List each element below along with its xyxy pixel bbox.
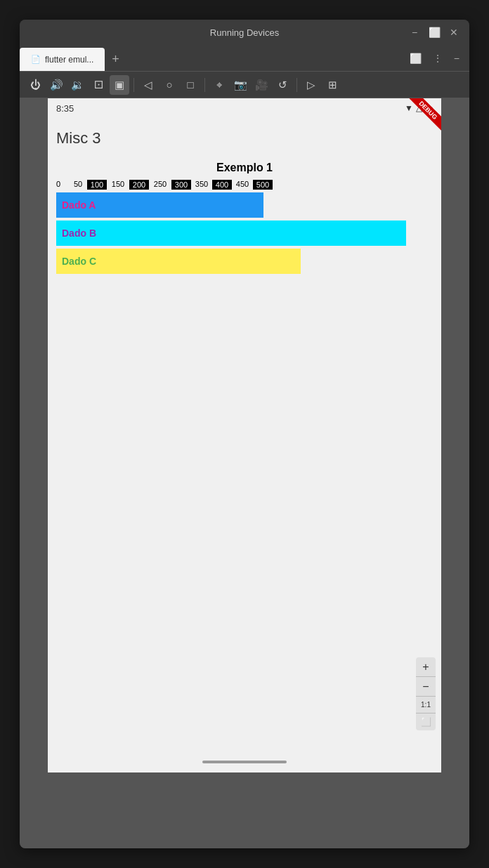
axis-100: 100 (87, 180, 107, 190)
status-bar: 8:35 ▼ △ ▭ (48, 98, 441, 118)
toolbar-separator-2 (204, 78, 205, 92)
bar-row-b: Dado B (56, 221, 433, 246)
screenshot-button[interactable]: 📷 (230, 75, 250, 95)
location-button[interactable]: ⌖ (209, 75, 229, 95)
tab-action-more[interactable]: ⋮ (429, 50, 447, 67)
chart-title: Exemplo 1 (56, 162, 433, 174)
tab-bar: 📄 flutter emul... + ⬜ ⋮ − (20, 45, 469, 72)
axis-450: 450 (232, 180, 253, 190)
zoom-out-button[interactable]: − (416, 677, 436, 697)
debug-badge-container: DEBUG (399, 98, 441, 140)
emulator-area: 8:35 ▼ △ ▭ DEBUG Misc 3 Exemplo 1 (20, 98, 469, 848)
title-bar: Running Devices − ⬜ ✕ (20, 20, 469, 45)
tab-action-expand[interactable]: ⬜ (405, 50, 426, 67)
bar-label-a: Dado A (62, 199, 96, 211)
debug-badge: DEBUG (407, 98, 441, 132)
axis-150: 150 (107, 180, 129, 190)
back-button[interactable]: ◁ (138, 75, 158, 95)
bar-row-c: Dado C (56, 249, 433, 274)
toolbar-separator-3 (296, 78, 297, 92)
axis-300: 300 (171, 180, 191, 190)
close-button[interactable]: ✕ (447, 25, 461, 39)
minimize-button[interactable]: − (408, 25, 422, 39)
volume-down-button[interactable]: 🔉 (67, 75, 87, 95)
tab-running-devices[interactable]: 📄 flutter emul... (20, 48, 105, 71)
forward-button[interactable]: ▷ (301, 75, 321, 95)
rotate-button[interactable]: ⚀ (89, 75, 108, 95)
window-controls: − ⬜ ✕ (408, 25, 461, 39)
volume-up-button[interactable]: 🔊 (46, 75, 66, 95)
bar-label-b: Dado B (62, 228, 96, 239)
multi-display-button[interactable]: ⊞ (322, 75, 342, 95)
axis-250: 250 (149, 180, 171, 190)
tab-page-icon: 📄 (31, 55, 41, 64)
tab-label: flutter emul... (45, 55, 93, 65)
chart-bars: Dado A Dado B Dado C (56, 192, 433, 274)
chart-container: Exemplo 1 0 50 100 150 200 250 300 350 4… (56, 162, 433, 274)
screenrecord-button[interactable]: 🎥 (252, 75, 271, 95)
toolbar: ⏻ 🔊 🔉 ⚀ ▣ ◁ ○ □ ⌖ 📷 🎥 ↺ ▷ ⊞ (20, 72, 469, 98)
axis-400: 400 (212, 180, 232, 190)
bar-dado-a: Dado A (56, 192, 263, 218)
zoom-controls: + − 1:1 ⬜ (416, 657, 436, 730)
axis-350: 350 (191, 180, 212, 190)
title-bar-inner: Running Devices − ⬜ ✕ (28, 25, 461, 39)
zoom-ratio-label: 1:1 (416, 697, 436, 714)
app-content: Misc 3 Exemplo 1 0 50 100 150 200 250 30… (48, 118, 441, 285)
bottom-bar (48, 751, 441, 772)
home-button[interactable]: ○ (159, 75, 179, 95)
axis-0: 0 (56, 180, 69, 190)
tab-action-close[interactable]: − (450, 50, 464, 67)
window-title: Running Devices (210, 27, 279, 38)
scroll-handle[interactable] (202, 761, 287, 763)
axis-50: 50 (69, 180, 87, 190)
add-tab-button[interactable]: + (105, 48, 126, 71)
zoom-fit-button[interactable]: ⬜ (416, 714, 436, 730)
screen-title: Misc 3 (56, 129, 433, 147)
zoom-in-button[interactable]: + (416, 657, 436, 677)
restore-button[interactable]: ⬜ (427, 25, 441, 39)
status-time: 8:35 (56, 103, 74, 114)
bar-dado-b: Dado B (56, 221, 406, 246)
bar-label-c: Dado C (62, 256, 96, 267)
bar-row-a: Dado A (56, 192, 433, 218)
power-button[interactable]: ⏻ (25, 75, 45, 95)
tab-bar-actions: ⬜ ⋮ − (405, 45, 469, 71)
bar-dado-c: Dado C (56, 249, 301, 274)
toolbar-separator-1 (133, 78, 134, 92)
axis-500: 500 (253, 180, 273, 190)
axis-200: 200 (129, 180, 149, 190)
main-window: Running Devices − ⬜ ✕ 📄 flutter emul... … (20, 20, 469, 848)
fold-button[interactable]: ▣ (110, 75, 129, 95)
chart-axis-row: 0 50 100 150 200 250 300 350 400 450 500 (56, 180, 433, 190)
rotate-screen-button[interactable]: ↺ (273, 75, 292, 95)
overview-button[interactable]: □ (181, 75, 200, 95)
phone-screen: 8:35 ▼ △ ▭ DEBUG Misc 3 Exemplo 1 (48, 98, 441, 772)
